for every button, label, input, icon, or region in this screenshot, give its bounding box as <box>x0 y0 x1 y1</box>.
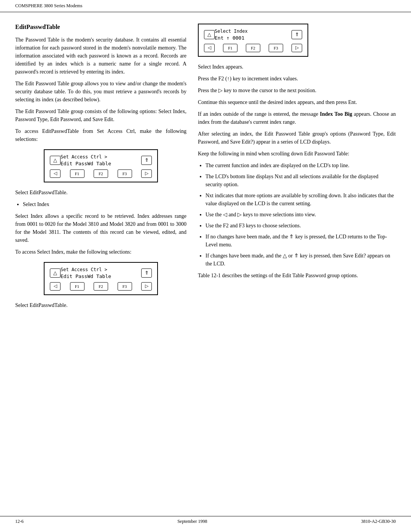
para-select-index: Select Index allows a specific record to… <box>15 212 186 244</box>
left-para-3: The Edit Password Table group consists o… <box>15 107 186 123</box>
bullet-item-5: If no changes have been made, and the ⇑ … <box>206 233 396 249</box>
after-lcd1: Select EditPasswdTable. <box>15 189 186 197</box>
up-arrow-btn-2[interactable]: △ <box>50 268 61 278</box>
footer-center: September 1998 <box>177 519 207 524</box>
page-header: COMSPHERE 3800 Series Modems <box>0 0 411 12</box>
left-para-2: The Edit Password Table group allows you… <box>15 80 186 104</box>
f3-btn-2[interactable]: F3 <box>118 282 132 291</box>
right-para-last: Table 12-1 describes the settings of the… <box>198 272 396 280</box>
f1-btn-r[interactable]: F1 <box>223 44 237 52</box>
f2-btn-2[interactable]: F2 <box>94 282 108 291</box>
bullet-list: The current function and index are displ… <box>206 161 396 268</box>
lcd-select-line2: Ent ↑ 0001 <box>215 35 292 42</box>
fwd-btn-2[interactable]: ▷ <box>141 282 152 291</box>
lcd-line2-2: Edit PassWd Table <box>61 273 141 280</box>
back-btn-r[interactable]: ◁ <box>204 44 215 52</box>
lcd-select-box: △ Select Index Ent ↑ 0001 ⇑ ◁ F1 F2 F3 ▷ <box>198 24 308 57</box>
bullet-item-6: If changes have been made, and the △ or … <box>206 252 396 268</box>
left-para-1: The Password Table is the modem's securi… <box>15 36 186 76</box>
back-btn-1[interactable]: ◁ <box>50 169 61 178</box>
bullet-select-index: Select Index <box>23 200 186 208</box>
up-arrow-btn-r[interactable]: △ <box>204 30 215 39</box>
right-para-5: If an index outside of the range is ente… <box>198 110 396 126</box>
fwd-btn-r[interactable]: ▷ <box>292 44 302 52</box>
up-arrow-btn-1[interactable]: △ <box>50 156 61 165</box>
lcd-display-1: Set Access Ctrl > Edit PassWd Table <box>61 154 141 167</box>
right-para-3: Press the ▷ key to move the cursor to th… <box>198 86 396 94</box>
footer-left: 12-6 <box>15 519 24 524</box>
section-title: EditPasswdTable <box>15 24 186 30</box>
lcd-line2-1: Edit PassWd Table <box>61 160 141 167</box>
right-para-4: Continue this sequence until the desired… <box>198 98 396 106</box>
lcd-box-1: △ Set Access Ctrl > Edit PassWd Table ⇑ … <box>44 149 158 182</box>
bullet-item-0: The current function and index are displ… <box>206 161 396 169</box>
home-btn-1[interactable]: ⇑ <box>141 156 152 165</box>
header-title: COMSPHERE 3800 Series Modems <box>15 3 82 8</box>
footer-right: 3810-A2-GB30-30 <box>361 519 396 524</box>
fwd-btn-1[interactable]: ▷ <box>141 169 152 178</box>
bullet-item-3: Use the ◁ and ▷ keys to move selections … <box>206 211 396 219</box>
lcd-display-r: Select Index Ent ↑ 0001 <box>215 28 292 42</box>
right-para-1: Select Index appears. <box>198 63 396 71</box>
f2-btn-r[interactable]: F2 <box>246 44 260 52</box>
right-column: △ Select Index Ent ↑ 0001 ⇑ ◁ F1 F2 F3 ▷… <box>198 24 396 313</box>
after-lcd2: Select EditPasswdTable. <box>15 301 186 309</box>
bullet-item-2: Nxt indicates that more options are avai… <box>206 192 396 208</box>
home-btn-2[interactable]: ⇑ <box>141 268 152 278</box>
right-para-2: Press the F2 (↑) key to increment index … <box>198 75 396 83</box>
f2-btn-1[interactable]: F2 <box>94 169 108 178</box>
bullet-item-4: Use the F2 and F3 keys to choose selecti… <box>206 222 396 230</box>
para-to-access: To access Select Index, make the followi… <box>15 248 186 256</box>
right-para-7: Keep the following in mind when scrollin… <box>198 150 396 158</box>
lcd-line1-2: Set Access Ctrl > <box>61 267 141 273</box>
left-para-4: To access EditPasswdTable from Set Acces… <box>15 127 186 143</box>
back-btn-2[interactable]: ◁ <box>50 282 61 291</box>
lcd-line1-1: Set Access Ctrl > <box>61 154 141 160</box>
index-too-big-label: Index Too Big <box>320 111 352 117</box>
lcd-display-2: Set Access Ctrl > Edit PassWd Table <box>61 267 141 280</box>
f1-btn-2[interactable]: F1 <box>70 282 84 291</box>
lcd-box-2: △ Set Access Ctrl > Edit PassWd Table ⇑ … <box>44 262 158 295</box>
lcd-select-line1: Select Index <box>215 28 292 35</box>
bullet-item-1: The LCD's bottom line displays Nxt and a… <box>206 173 396 189</box>
page-footer: 12-6 September 1998 3810-A2-GB30-30 <box>0 516 411 524</box>
home-btn-r[interactable]: ⇑ <box>292 30 302 39</box>
f3-btn-r[interactable]: F3 <box>269 44 283 52</box>
f1-btn-1[interactable]: F1 <box>70 169 84 178</box>
right-para-6: After selecting an index, the Edit Passw… <box>198 130 396 146</box>
f3-btn-1[interactable]: F3 <box>118 169 132 178</box>
left-column: EditPasswdTable The Password Table is th… <box>15 24 186 313</box>
